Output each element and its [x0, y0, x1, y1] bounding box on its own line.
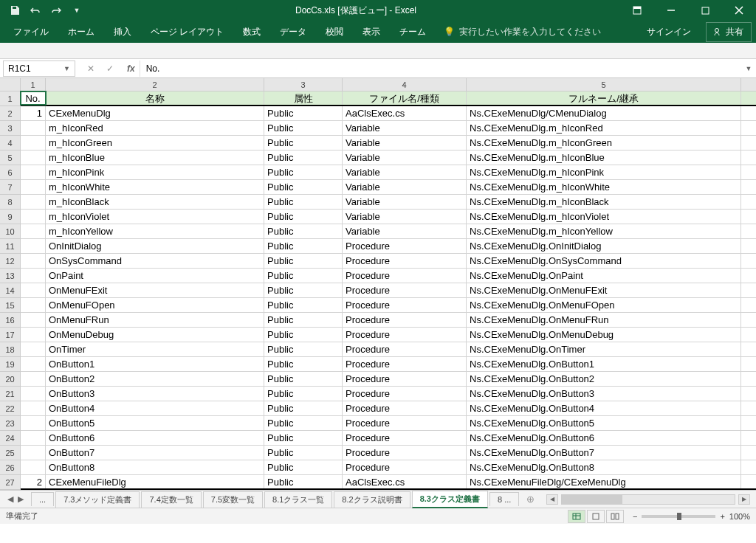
cell[interactable]: OnMenuDebug — [46, 328, 264, 342]
cell-header-attr[interactable]: 属性 — [264, 91, 343, 105]
cell[interactable]: OnTimer — [46, 342, 264, 356]
row-header-12[interactable]: 12 — [0, 254, 20, 269]
formula-input[interactable]: No. — [140, 60, 741, 77]
cell[interactable]: Ns.CExeMenuDlg.m_hIconYellow — [467, 224, 741, 238]
row-header-24[interactable]: 24 — [0, 431, 20, 446]
cell[interactable] — [21, 180, 46, 194]
cell[interactable]: Public — [264, 387, 343, 401]
sheet-tab-7-3[interactable]: 7.3メソッド定義書 — [55, 491, 140, 508]
tab-review[interactable]: 校閲 — [317, 21, 352, 43]
cell[interactable]: Ns.CExeMenuDlg.m_hIconWhite — [467, 180, 741, 194]
row-header-26[interactable]: 26 — [0, 460, 20, 475]
cell-header-fullname[interactable]: フルネーム/継承 — [467, 91, 741, 105]
cell-header-no[interactable]: No. — [21, 91, 46, 105]
cell[interactable]: OnButton8 — [46, 460, 264, 474]
cell[interactable] — [21, 254, 46, 268]
cell[interactable] — [21, 283, 46, 297]
col-header-1[interactable]: 1 — [21, 78, 46, 91]
tell-me-search[interactable]: 💡 実行したい作業を入力してください — [436, 26, 638, 38]
cell[interactable]: OnMenuFRun — [46, 313, 264, 327]
cell[interactable]: Public — [264, 475, 343, 488]
cell[interactable] — [21, 431, 46, 445]
cell[interactable]: Public — [264, 180, 343, 194]
row-header-6[interactable]: 6 — [0, 165, 20, 180]
cell[interactable]: OnMenuFOpen — [46, 298, 264, 312]
cell[interactable]: Ns.CExeMenuDlg.OnButton6 — [467, 431, 741, 445]
cell[interactable] — [21, 239, 46, 253]
cell[interactable]: Public — [264, 224, 343, 238]
cell[interactable]: Procedure — [343, 298, 467, 312]
cell[interactable]: Variable — [343, 195, 467, 209]
cell[interactable]: OnButton3 — [46, 387, 264, 401]
cell[interactable]: Procedure — [343, 387, 467, 401]
row-header-2[interactable]: 2 — [0, 106, 20, 121]
cell[interactable]: OnButton4 — [46, 401, 264, 415]
cell[interactable]: Public — [264, 298, 343, 312]
cell[interactable]: Ns.CExeMenuDlg.m_hIconViolet — [467, 210, 741, 224]
cell[interactable]: 2 — [21, 475, 46, 488]
cell[interactable]: OnPaint — [46, 269, 264, 283]
cell[interactable]: Ns.CExeMenuDlg.OnButton3 — [467, 387, 741, 401]
minimize-button[interactable] — [654, 0, 688, 21]
save-button[interactable] — [6, 2, 24, 18]
cell-header-name[interactable]: 名称 — [46, 91, 264, 105]
sheet-tab-8-1[interactable]: 8.1クラス一覧 — [264, 491, 332, 508]
col-header-2[interactable]: 2 — [46, 78, 264, 91]
tab-formulas[interactable]: 数式 — [234, 21, 269, 43]
cell[interactable]: Ns.CExeMenuDlg.OnSysCommand — [467, 254, 741, 268]
zoom-slider[interactable] — [642, 515, 715, 518]
cell[interactable]: Procedure — [343, 460, 467, 474]
col-header-4[interactable]: 4 — [343, 78, 467, 91]
cell[interactable]: Public — [264, 121, 343, 135]
cell[interactable] — [21, 224, 46, 238]
name-box[interactable]: R1C1 ▼ — [3, 60, 75, 77]
cell[interactable]: OnMenuFExit — [46, 283, 264, 297]
tab-layout[interactable]: ページ レイアウト — [142, 21, 233, 43]
cell[interactable]: CExeMenuFileDlg — [46, 475, 264, 488]
cell[interactable] — [21, 210, 46, 224]
tab-file[interactable]: ファイル — [4, 21, 58, 43]
cell[interactable]: Ns.CExeMenuDlg.OnButton5 — [467, 416, 741, 430]
cell[interactable] — [21, 401, 46, 415]
cell[interactable] — [21, 446, 46, 460]
cell[interactable]: Public — [264, 283, 343, 297]
row-header-18[interactable]: 18 — [0, 342, 20, 357]
add-sheet-button[interactable]: ⊕ — [520, 494, 540, 505]
cell[interactable]: Ns.CExeMenuDlg.m_hIconGreen — [467, 136, 741, 150]
cell[interactable]: Ns.CExeMenuDlg.OnButton4 — [467, 401, 741, 415]
row-header-27[interactable]: 27 — [0, 475, 20, 490]
sheet-tab-8-more[interactable]: 8 ... — [489, 492, 519, 506]
row-header-4[interactable]: 4 — [0, 136, 20, 151]
row-header-5[interactable]: 5 — [0, 151, 20, 165]
cell[interactable]: Public — [264, 313, 343, 327]
cell[interactable]: Ns.CExeMenuDlg.OnButton1 — [467, 357, 741, 371]
cell[interactable]: Public — [264, 460, 343, 474]
zoom-thumb[interactable] — [677, 513, 681, 520]
cell[interactable]: Procedure — [343, 239, 467, 253]
cell[interactable]: Procedure — [343, 416, 467, 430]
cell[interactable]: Variable — [343, 165, 467, 179]
sheet-nav-prev[interactable]: ◀ — [7, 494, 13, 504]
row-header-9[interactable]: 9 — [0, 210, 20, 224]
cell[interactable]: OnButton6 — [46, 431, 264, 445]
zoom-in-button[interactable]: + — [720, 512, 724, 521]
cell[interactable]: Public — [264, 401, 343, 415]
cell[interactable]: AaClsExec.cs — [343, 475, 467, 488]
cell[interactable]: Public — [264, 328, 343, 342]
row-header-25[interactable]: 25 — [0, 446, 20, 460]
cell[interactable]: Procedure — [343, 342, 467, 356]
hscroll-thumb[interactable] — [562, 495, 622, 504]
cell[interactable]: OnSysCommand — [46, 254, 264, 268]
cell[interactable]: m_hIconYellow — [46, 224, 264, 238]
cell[interactable]: CExeMenuDlg — [46, 106, 264, 120]
hscroll-right[interactable]: ▶ — [738, 494, 750, 505]
sheet-tab-8-2[interactable]: 8.2クラス説明書 — [334, 491, 410, 508]
row-header-14[interactable]: 14 — [0, 283, 20, 298]
spreadsheet-grid[interactable]: 1 2 3 4 5 123456789101112131415161718192… — [0, 78, 756, 490]
zoom-out-button[interactable]: − — [633, 512, 637, 521]
cell[interactable]: Public — [264, 106, 343, 120]
cell[interactable]: Procedure — [343, 357, 467, 371]
row-header-11[interactable]: 11 — [0, 239, 20, 254]
cell[interactable]: Public — [264, 431, 343, 445]
cell[interactable]: Procedure — [343, 283, 467, 297]
